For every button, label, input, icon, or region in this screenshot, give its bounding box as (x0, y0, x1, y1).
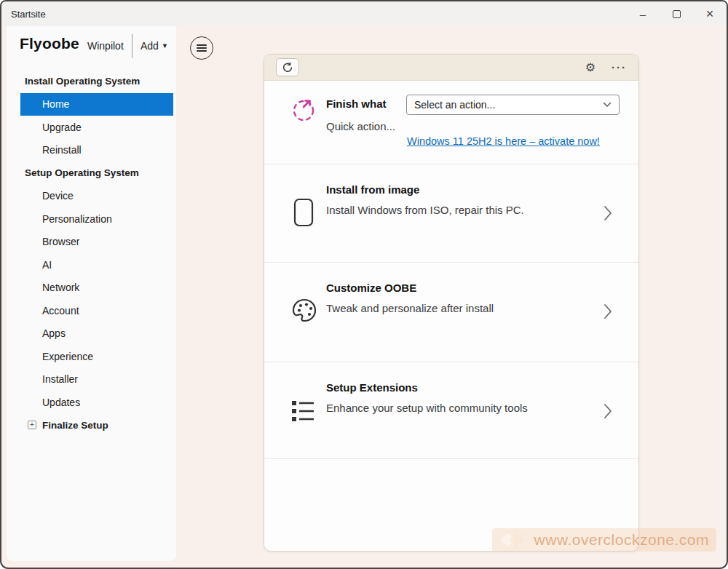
sidebar-item-label: Finalize Setup (42, 420, 108, 431)
sidebar-item-installer[interactable]: Installer (7, 368, 176, 391)
sidebar-nav: Install Operating System Home Upgrade Re… (7, 70, 176, 437)
chevron-right-icon (604, 303, 612, 322)
sidebar-item-upgrade[interactable]: Upgrade (7, 116, 176, 139)
card-toolbar: ⚙ ··· (264, 55, 638, 81)
home-card: ⚙ ··· Finish what Quick action... Select… (264, 54, 639, 552)
row-title: Install from image (326, 183, 419, 196)
sidebar-item-reinstall[interactable]: Reinstall (7, 139, 176, 162)
brand-logo: Flyoobe (20, 35, 79, 52)
sidebar-item-experience[interactable]: Experience (7, 345, 176, 368)
sidebar-item-label: Browser (42, 236, 79, 247)
refresh-button[interactable] (276, 58, 299, 76)
sidebar-item-label: Apps (42, 327, 66, 339)
sidebar-item-label: Experience (42, 351, 93, 362)
gear-icon: ⚙ (585, 61, 596, 73)
sidebar-item-updates[interactable]: Updates (7, 391, 176, 414)
window-controls: – × (626, 1, 727, 26)
sidebar: Flyoobe Winpilot Add▼ Install Operating … (7, 26, 176, 561)
card-empty-area (264, 459, 638, 552)
sidebar-item-label: Updates (42, 397, 80, 408)
more-options-button[interactable]: ··· (612, 62, 627, 73)
sidebar-item-label: Installer (42, 373, 78, 385)
section-install-os: Install Operating System (7, 70, 176, 93)
chevron-down-icon (603, 102, 612, 108)
sidebar-item-label: AI (42, 259, 52, 271)
row-title: Setup Extensions (326, 381, 418, 394)
row-subtitle: Tweak and personalize after install (326, 302, 494, 314)
hamburger-icon (197, 42, 207, 53)
settings-button[interactable]: ⚙ (585, 62, 596, 73)
sidebar-item-label: Device (42, 190, 74, 202)
add-label: Add (141, 40, 159, 52)
row-subtitle: Quick action... (326, 120, 395, 132)
palette-icon (291, 298, 317, 327)
minimize-icon: – (640, 8, 646, 20)
expand-plus-icon[interactable]: + (28, 421, 36, 429)
chevron-down-icon: ▼ (162, 42, 168, 49)
row-subtitle: Install Windows from ISO, repair this PC… (326, 204, 524, 216)
finish-what-row: Finish what Quick action... Select an ac… (264, 81, 638, 164)
customize-oobe-row[interactable]: Customize OOBE Tweak and personalize aft… (264, 263, 638, 362)
refresh-icon (282, 62, 293, 73)
nav-divider (132, 34, 132, 58)
activate-now-link[interactable]: Windows 11 25H2 is here – activate now! (407, 135, 600, 147)
add-dropdown[interactable]: Add▼ (141, 40, 168, 52)
chevron-right-icon (604, 403, 612, 422)
row-title: Customize OOBE (326, 282, 416, 294)
chevron-right-icon (604, 205, 612, 224)
sidebar-item-browser[interactable]: Browser (7, 231, 176, 254)
sidebar-item-label: Reinstall (42, 144, 82, 156)
sidebar-item-personalization[interactable]: Personalization (7, 207, 176, 231)
nav-winpilot[interactable]: Winpilot (87, 40, 124, 52)
section-setup-os: Setup Operating System (7, 162, 176, 185)
app-window: Startsite – × Flyoobe Winpilot Add▼ Inst… (0, 0, 728, 569)
sidebar-item-label: Network (42, 282, 79, 293)
sidebar-item-device[interactable]: Device (7, 185, 176, 208)
window-title: Startsite (1, 9, 46, 20)
ellipsis-icon: ··· (612, 61, 627, 73)
iso-image-icon (293, 198, 314, 230)
titlebar: Startsite – × (1, 1, 727, 26)
action-select[interactable]: Select an action... (406, 95, 620, 115)
maximize-button[interactable] (660, 1, 693, 26)
sidebar-item-label: Personalization (42, 213, 112, 225)
row-subtitle: Enhance your setup with community tools (326, 402, 528, 414)
sidebar-item-label: Account (42, 305, 79, 317)
setup-extensions-row[interactable]: Setup Extensions Enhance your setup with… (264, 362, 638, 459)
extensions-list-icon (290, 399, 315, 426)
action-select-value: Select an action... (414, 99, 495, 111)
sidebar-item-label: Upgrade (42, 122, 82, 133)
row-title: Finish what (326, 98, 387, 110)
sidebar-item-home[interactable]: Home (20, 93, 173, 116)
sidebar-item-label: Home (20, 98, 69, 110)
menu-toggle-button[interactable] (190, 36, 213, 60)
minimize-button[interactable]: – (626, 1, 660, 26)
maximize-icon (673, 10, 681, 18)
close-button[interactable]: × (693, 1, 727, 26)
close-icon: × (706, 7, 714, 20)
sidebar-item-apps[interactable]: Apps (7, 322, 176, 346)
sidebar-item-finalize-setup[interactable]: + Finalize Setup (7, 414, 176, 437)
install-from-image-row[interactable]: Install from image Install Windows from … (264, 164, 638, 263)
resume-action-icon (290, 95, 317, 126)
sidebar-item-account[interactable]: Account (7, 299, 176, 322)
sidebar-item-ai[interactable]: AI (7, 253, 176, 276)
sidebar-item-network[interactable]: Network (7, 276, 176, 300)
